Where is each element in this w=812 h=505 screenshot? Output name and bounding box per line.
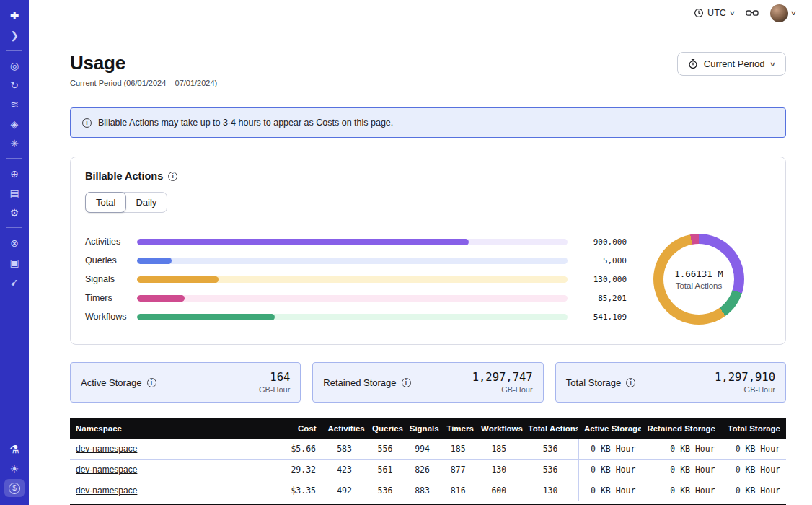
- info-banner: i Billable Actions may take up to 3-4 ho…: [70, 107, 786, 138]
- bar-label: Activities: [85, 237, 137, 247]
- goggles-icon[interactable]: [746, 9, 759, 18]
- flask-icon: ⚗: [9, 444, 19, 454]
- billable-chart: Activities900,000Queries5,000Signals130,…: [85, 227, 771, 331]
- stat-label-wrap: Retained Storage i: [323, 377, 410, 388]
- bar-row-queries: Queries5,000: [85, 256, 627, 265]
- sidebar-nav: ✚❯◎↻≋◈✳⊕▤⚙⊗▣➹: [0, 6, 29, 291]
- column-header-namespace[interactable]: Namespace: [70, 418, 260, 439]
- tab-total[interactable]: Total: [85, 192, 126, 213]
- table-cell: 130: [523, 480, 578, 501]
- main-area: UTC ∨ ∨ Usage Current Period (06/01/2024: [29, 0, 812, 505]
- info-icon[interactable]: i: [626, 378, 635, 387]
- globe-icon[interactable]: ⊕: [4, 164, 25, 183]
- table-cell: 0 KB-Hour: [721, 480, 786, 501]
- bar-value: 900,000: [579, 237, 627, 247]
- table-cell: 536: [523, 460, 578, 480]
- sidebar-divider: [6, 50, 22, 50]
- namespace-link[interactable]: dev-namespace: [76, 465, 137, 475]
- table-cell: 0 KB-Hour: [578, 460, 641, 480]
- page-title: Usage: [70, 52, 217, 74]
- app-root: ✚❯◎↻≋◈✳⊕▤⚙⊗▣➹ ⚗☀$ UTC ∨: [0, 0, 812, 505]
- cube-icon[interactable]: ◈: [4, 115, 25, 133]
- timezone-selector[interactable]: UTC ∨: [694, 8, 734, 18]
- table-row: dev-namespace29.324235618268771305360 KB…: [70, 460, 786, 480]
- table-cell: $5.66: [260, 439, 322, 460]
- total-storage-card: Total Storage i 1,297,910 GB-Hour: [555, 362, 786, 403]
- target-icon[interactable]: ◎: [4, 56, 25, 74]
- donut-chart: 1.66131 M Total Actions: [653, 234, 744, 325]
- sidebar-divider: [6, 227, 22, 228]
- stat-value-wrap: 164 GB-Hour: [259, 371, 290, 394]
- stat-unit: GB-Hour: [472, 385, 533, 394]
- column-header-cost[interactable]: Cost: [260, 418, 322, 439]
- bar-value: 541,109: [579, 312, 627, 322]
- namespace-link[interactable]: dev-namespace: [76, 444, 137, 454]
- bar-row-activities: Activities900,000: [85, 237, 627, 246]
- panel-icon[interactable]: ▤: [4, 184, 25, 202]
- table-cell: 826: [404, 460, 441, 480]
- history-icon[interactable]: ↻: [4, 76, 25, 94]
- gear-icon[interactable]: ⚙: [4, 203, 25, 221]
- user-menu[interactable]: ∨: [770, 4, 796, 22]
- flask-icon[interactable]: ⚗: [4, 440, 25, 458]
- sidebar-divider: [6, 158, 22, 159]
- stat-unit: GB-Hour: [259, 385, 290, 394]
- table-header: NamespaceCostActivitiesQueriesSignalsTim…: [70, 418, 786, 439]
- info-icon[interactable]: i: [402, 378, 411, 387]
- period-selector-button[interactable]: Current Period ∨: [677, 52, 786, 76]
- info-icon[interactable]: i: [168, 172, 177, 181]
- bar-fill: [137, 276, 219, 283]
- stat-label-wrap: Active Storage i: [81, 377, 156, 388]
- info-icon: i: [82, 118, 92, 128]
- donut-total-label: Total Actions: [676, 281, 723, 290]
- info-icon[interactable]: i: [147, 378, 156, 387]
- table-cell: 0 KB-Hour: [641, 480, 720, 501]
- sun-icon[interactable]: ☀: [4, 460, 25, 478]
- tab-daily[interactable]: Daily: [125, 193, 167, 212]
- bar-value: 130,000: [579, 275, 627, 284]
- table-row: dev-namespace$5.665835569941851855360 KB…: [70, 439, 786, 460]
- info-banner-text: Billable Actions may take up to 3-4 hour…: [98, 118, 393, 128]
- avatar: [770, 4, 788, 22]
- stat-value-wrap: 1,297,910 GB-Hour: [715, 371, 775, 394]
- chevron-down-icon: ∨: [769, 61, 776, 68]
- bar-track: [137, 314, 568, 320]
- goggles-icon-svg: [746, 9, 759, 18]
- cube-icon: ◈: [11, 119, 19, 129]
- history-icon: ↻: [10, 80, 19, 90]
- column-header-active-storage[interactable]: Active Storage: [578, 418, 641, 439]
- period-selector-label: Current Period: [704, 58, 765, 69]
- table-cell: 561: [366, 460, 404, 480]
- column-header-signals[interactable]: Signals: [404, 418, 441, 439]
- bar-label: Timers: [85, 293, 137, 303]
- column-header-total-storage[interactable]: Total Storage: [721, 418, 786, 439]
- layers-icon[interactable]: ≋: [4, 95, 25, 113]
- circle-x-icon: ⊗: [10, 238, 19, 248]
- gear-icon: ⚙: [10, 208, 19, 218]
- chevron-down-icon: ∨: [790, 9, 797, 17]
- column-header-queries[interactable]: Queries: [366, 418, 404, 439]
- table-body: dev-namespace$5.665835569941851855360 KB…: [70, 439, 786, 501]
- collapse-sidebar-icon[interactable]: ❯: [4, 26, 25, 44]
- column-header-workflows[interactable]: Workflows: [475, 418, 523, 439]
- bar-row-timers: Timers85,201: [85, 294, 627, 302]
- table-cell: 0 KB-Hour: [721, 439, 786, 460]
- asterisk-icon: ✳: [10, 139, 19, 149]
- page-content: Usage Current Period (06/01/2024 – 07/01…: [29, 26, 812, 505]
- column-header-activities[interactable]: Activities: [322, 418, 367, 439]
- table-cell: 0 KB-Hour: [641, 460, 720, 480]
- terminal-icon[interactable]: ▣: [4, 253, 25, 271]
- column-header-retained-storage[interactable]: Retained Storage: [641, 418, 720, 439]
- column-header-total-actions[interactable]: Total Actions: [523, 418, 578, 439]
- temporal-logo-icon[interactable]: ✚: [4, 6, 25, 25]
- dollar-icon[interactable]: $: [4, 479, 25, 497]
- card-title-row: Billable Actions i: [85, 170, 771, 182]
- asterisk-icon[interactable]: ✳: [4, 134, 25, 152]
- bar-value: 5,000: [579, 256, 627, 265]
- table-cell: 0 KB-Hour: [721, 460, 786, 480]
- rocket-icon[interactable]: ➹: [4, 273, 25, 291]
- namespace-link[interactable]: dev-namespace: [76, 486, 137, 496]
- circle-x-icon[interactable]: ⊗: [4, 234, 25, 252]
- column-header-timers[interactable]: Timers: [441, 418, 475, 439]
- table-cell: $3.35: [260, 480, 322, 501]
